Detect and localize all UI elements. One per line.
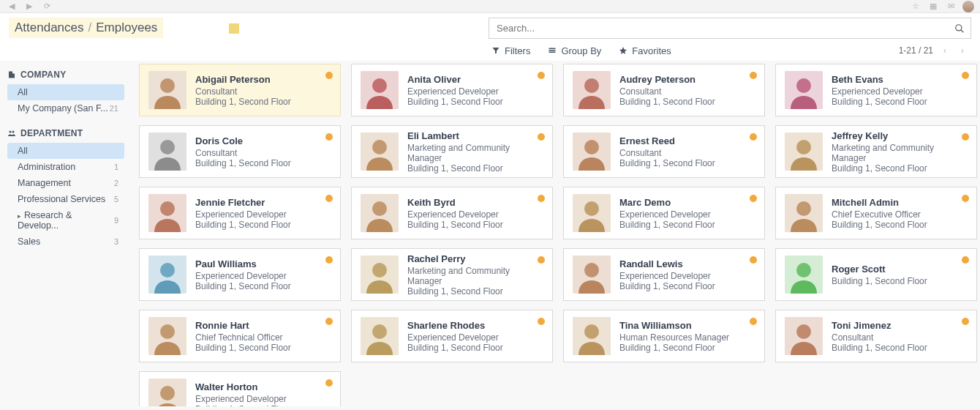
svg-point-33 bbox=[584, 263, 599, 277]
sidebar-department-item[interactable]: Sales3 bbox=[7, 234, 124, 250]
pager-next[interactable]: › bbox=[957, 45, 968, 56]
employee-card[interactable]: Sharlene Rhodes Experienced Developer Bu… bbox=[351, 310, 553, 362]
employee-role: Marketing and Community Manager bbox=[832, 143, 968, 163]
employee-card[interactable]: Ernest Reed Consultant Building 1, Secon… bbox=[563, 125, 765, 178]
svg-point-9 bbox=[584, 78, 599, 93]
reload-icon[interactable]: ⟳ bbox=[41, 1, 53, 12]
employee-card[interactable]: Anita Oliver Experienced Developer Build… bbox=[351, 64, 553, 116]
employee-name: Jeffrey Kelly bbox=[832, 130, 968, 141]
messages-icon[interactable]: ✉ bbox=[945, 1, 957, 12]
apps-icon[interactable]: ▦ bbox=[927, 1, 939, 12]
employee-card[interactable]: Roger Scott Building 1, Second Floor bbox=[775, 248, 977, 301]
employee-card[interactable]: Toni Jimenez Consultant Building 1, Seco… bbox=[775, 310, 977, 362]
employee-card[interactable]: Walter Horton Experienced Developer Buil… bbox=[139, 371, 341, 406]
favorites-button[interactable]: Favorites bbox=[619, 45, 671, 56]
employee-card[interactable]: Marc Demo Experienced Developer Building… bbox=[563, 187, 765, 239]
employee-name: Ernest Reed bbox=[619, 135, 755, 146]
svg-point-5 bbox=[160, 78, 175, 93]
sidebar-company-item[interactable]: My Company (San F...21 bbox=[7, 100, 124, 116]
breadcrumb-root[interactable]: Attendances bbox=[15, 20, 84, 35]
employee-role: Consultant bbox=[195, 86, 331, 97]
employee-location: Building 1, Second Floor bbox=[195, 404, 331, 407]
employee-location: Building 1, Second Floor bbox=[407, 286, 543, 297]
employee-role: Chief Technical Officer bbox=[195, 332, 331, 343]
employee-avatar bbox=[785, 71, 823, 109]
employee-avatar bbox=[148, 194, 186, 232]
employee-avatar bbox=[573, 256, 611, 294]
pager-prev[interactable]: ‹ bbox=[939, 45, 951, 56]
employee-location: Building 1, Second Floor bbox=[195, 343, 331, 353]
employee-role: Experienced Developer bbox=[407, 332, 543, 343]
employee-card[interactable]: Tina Williamson Human Resources Manager … bbox=[563, 310, 765, 362]
status-dot bbox=[538, 195, 545, 202]
employee-location: Building 1, Second Floor bbox=[619, 220, 755, 230]
employee-name: Paul Williams bbox=[195, 258, 331, 269]
sidebar-department-title: DEPARTMENT bbox=[7, 128, 124, 138]
search-icon[interactable] bbox=[949, 23, 970, 34]
svg-point-27 bbox=[796, 201, 811, 216]
employee-card[interactable]: Beth Evans Experienced Developer Buildin… bbox=[775, 64, 977, 116]
employee-avatar bbox=[785, 317, 823, 355]
sidebar-department-all[interactable]: All bbox=[7, 143, 124, 159]
employee-card[interactable]: Keith Byrd Experienced Developer Buildin… bbox=[351, 187, 553, 239]
status-dot bbox=[750, 195, 757, 202]
employee-avatar bbox=[573, 71, 611, 109]
main-content: COMPANY All My Company (San F...21 DEPAR… bbox=[0, 61, 980, 406]
employee-name: Beth Evans bbox=[832, 74, 968, 85]
employee-card[interactable]: Abigail Peterson Consultant Building 1, … bbox=[139, 64, 341, 116]
employee-card[interactable]: Jeffrey Kelly Marketing and Community Ma… bbox=[775, 125, 977, 178]
employee-card[interactable]: Randall Lewis Experienced Developer Buil… bbox=[563, 248, 765, 301]
employee-location: Building 1, Second Floor bbox=[407, 97, 543, 107]
groupby-button[interactable]: Group By bbox=[548, 45, 601, 56]
employee-card[interactable]: Ronnie Hart Chief Technical Officer Buil… bbox=[139, 310, 341, 362]
employee-card[interactable]: Eli Lambert Marketing and Community Mana… bbox=[351, 125, 553, 178]
employee-card[interactable]: Doris Cole Consultant Building 1, Second… bbox=[139, 125, 341, 178]
employee-card[interactable]: Audrey Peterson Consultant Building 1, S… bbox=[563, 64, 765, 116]
status-dot bbox=[750, 72, 757, 79]
employee-location: Building 1, Second Floor bbox=[407, 343, 543, 353]
employee-card[interactable]: Jennie Fletcher Experienced Developer Bu… bbox=[139, 187, 341, 239]
breadcrumb-current: Employees bbox=[96, 20, 157, 35]
search-input[interactable] bbox=[489, 18, 949, 38]
filters-button[interactable]: Filters bbox=[491, 45, 530, 56]
employee-avatar bbox=[361, 71, 399, 109]
employee-role: Experienced Developer bbox=[195, 209, 331, 220]
employee-location: Building 1, Second Floor bbox=[195, 220, 331, 230]
employee-role: Marketing and Community Manager bbox=[407, 143, 543, 163]
highlight-marker bbox=[229, 23, 239, 34]
sidebar-department-item[interactable]: ▸Research & Develop...9 bbox=[7, 207, 124, 234]
employee-name: Tina Williamson bbox=[619, 320, 755, 331]
employee-role: Experienced Developer bbox=[619, 271, 755, 281]
svg-point-19 bbox=[796, 140, 811, 154]
svg-point-7 bbox=[372, 78, 387, 93]
sidebar-company-group: COMPANY All My Company (San F...21 bbox=[7, 70, 124, 116]
employee-avatar bbox=[361, 133, 399, 171]
forward-icon[interactable]: ▶ bbox=[23, 1, 35, 12]
employee-name: Sharlene Rhodes bbox=[407, 320, 543, 331]
employee-avatar bbox=[148, 133, 186, 171]
sidebar-department-item[interactable]: Professional Services5 bbox=[7, 191, 124, 207]
employee-card[interactable]: Rachel Perry Marketing and Community Man… bbox=[351, 248, 553, 301]
breadcrumb: Attendances / Employees bbox=[15, 20, 157, 35]
control-bar: Attendances / Employees Filters Group By bbox=[0, 13, 980, 61]
svg-point-2 bbox=[10, 131, 12, 133]
bookmark-icon[interactable]: ☆ bbox=[910, 1, 921, 12]
profile-avatar[interactable] bbox=[962, 1, 974, 12]
browser-topbar: ◀ ▶ ⟳ ☆ ▦ ✉ bbox=[0, 0, 980, 13]
svg-line-1 bbox=[961, 29, 964, 32]
employee-avatar bbox=[148, 317, 186, 355]
employee-role: Consultant bbox=[619, 86, 755, 97]
back-icon[interactable]: ◀ bbox=[6, 1, 18, 12]
employee-location: Building 1, Second Floor bbox=[195, 281, 331, 291]
status-dot bbox=[325, 72, 333, 79]
employee-name: Roger Scott bbox=[832, 264, 968, 275]
svg-point-3 bbox=[12, 131, 15, 133]
sidebar-department-item[interactable]: Management2 bbox=[7, 175, 124, 191]
sidebar-company-all[interactable]: All bbox=[7, 84, 124, 100]
sidebar-department-item[interactable]: Administration1 bbox=[7, 159, 124, 175]
employee-card[interactable]: Paul Williams Experienced Developer Buil… bbox=[139, 248, 341, 301]
employee-card[interactable]: Mitchell Admin Chief Executive Officer B… bbox=[775, 187, 977, 239]
search-bar[interactable] bbox=[489, 18, 971, 39]
employee-name: Doris Cole bbox=[195, 135, 331, 146]
building-icon bbox=[7, 70, 16, 79]
